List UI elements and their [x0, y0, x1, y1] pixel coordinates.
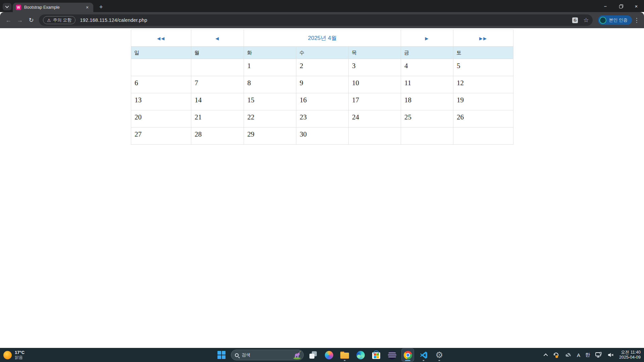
edge-button[interactable] [354, 348, 367, 362]
calendar-week-row: 6 7 8 9 10 11 12 [131, 76, 513, 93]
next-month-button[interactable]: ▶ [401, 30, 453, 47]
weekday-thu: 목 [349, 47, 401, 59]
date-cell: 20 [131, 110, 191, 127]
date-cell: 2 [296, 59, 349, 76]
microsoft-store-icon [372, 352, 380, 359]
system-tray: A 한 오전 11:40 2025-04-09 [545, 348, 641, 362]
vscode-icon [419, 351, 428, 359]
minimize-button[interactable]: − [598, 0, 613, 12]
sync-update-icon[interactable] [553, 352, 559, 358]
warning-icon: ⚠ [47, 18, 51, 23]
date-cell: 3 [349, 59, 401, 76]
calendar-table: ◀◀ ◀ 2025년 4월 ▶ ▶▶ 일 월 화 수 목 금 [131, 30, 513, 145]
back-button[interactable]: ← [3, 14, 14, 26]
file-explorer-icon [340, 352, 349, 359]
prev-month-button[interactable]: ◀ [191, 30, 244, 47]
calendar-week-row: 27 28 29 30 [131, 127, 513, 145]
date-cell: 30 [296, 127, 349, 145]
date-cell: 7 [191, 76, 244, 93]
forward-button[interactable]: → [14, 14, 26, 26]
reload-button[interactable]: ↻ [26, 14, 37, 26]
calendar-week-row: 13 14 15 16 17 18 19 [131, 93, 513, 110]
copilot-button[interactable] [323, 348, 335, 362]
chevron-down-icon [5, 4, 9, 8]
tab-search-button[interactable] [3, 3, 11, 10]
weather-widget[interactable]: 17°C 맑음 [3, 348, 24, 362]
security-warning-chip[interactable]: ⚠ 주의 요함 [43, 16, 76, 24]
next-year-button[interactable]: ▶▶ [453, 30, 513, 47]
calendar-title-cell: 2025년 4월 [244, 30, 401, 47]
hidden-icons-chevron-icon[interactable] [544, 353, 548, 358]
weekday-sun: 일 [131, 47, 191, 59]
bookmark-star-icon[interactable]: ☆ [583, 16, 589, 24]
settings-button[interactable]: ⚙ [433, 348, 446, 362]
taskbar: 17°C 맑음 검색 [0, 348, 644, 362]
web-page: ◀◀ ◀ 2025년 4월 ▶ ▶▶ 일 월 화 수 목 금 [0, 28, 644, 348]
date-cell: 11 [401, 76, 453, 93]
next-month-icon: ▶ [425, 36, 429, 41]
prev-year-button[interactable]: ◀◀ [131, 30, 191, 47]
date-cell: 10 [349, 76, 401, 93]
restore-icon [619, 4, 623, 8]
date-cell: 24 [349, 110, 401, 127]
date-cell: 17 [349, 93, 401, 110]
browser-tab[interactable]: W Bootstrap Example × [13, 3, 93, 12]
date-cell: 28 [191, 127, 244, 145]
date-cell [191, 59, 244, 76]
vscode-button[interactable] [417, 348, 430, 362]
volume-muted-icon[interactable] [607, 352, 614, 358]
search-label: 검색 [242, 352, 292, 358]
running-indicator [439, 360, 440, 361]
chrome-button[interactable] [401, 348, 414, 362]
eclipse-button[interactable] [386, 348, 398, 362]
date-cell: 6 [131, 76, 191, 93]
translate-icon[interactable]: G [572, 17, 578, 23]
ime-korean-indicator[interactable]: 한 [585, 352, 590, 358]
ime-latin-indicator[interactable]: A [577, 352, 580, 358]
next-year-icon: ▶▶ [479, 36, 487, 41]
date-cell: 22 [244, 110, 296, 127]
date-cell: 9 [296, 76, 349, 93]
settings-gear-icon: ⚙ [435, 351, 443, 359]
date-cell: 27 [131, 127, 191, 145]
new-tab-button[interactable]: + [97, 3, 105, 11]
date-cell: 26 [453, 110, 513, 127]
date-cell: 18 [401, 93, 453, 110]
tab-title: Bootstrap Example [24, 5, 84, 10]
date-cell [131, 59, 191, 76]
window-controls: − × [598, 0, 644, 12]
security-warning-label: 주의 요함 [53, 17, 72, 23]
date-cell: 29 [244, 127, 296, 145]
date-cell: 12 [453, 76, 513, 93]
taskbar-center: 검색 [215, 348, 446, 362]
taskbar-search-box[interactable]: 검색 [231, 350, 304, 360]
restore-button[interactable] [613, 0, 629, 12]
task-view-button[interactable] [307, 348, 319, 362]
date-cell: 23 [296, 110, 349, 127]
weekday-fri: 금 [401, 47, 453, 59]
date-cell: 21 [191, 110, 244, 127]
chrome-icon [404, 351, 412, 359]
close-window-button[interactable]: × [629, 0, 644, 12]
prev-month-icon: ◀ [215, 36, 219, 41]
network-display-icon[interactable] [595, 352, 602, 358]
onedrive-cloud-icon[interactable] [564, 352, 572, 358]
profile-button[interactable]: 본인 인증 [598, 15, 632, 25]
clock-time: 오전 11:40 [619, 350, 641, 355]
browser-menu-button[interactable]: ⋮ [632, 14, 641, 26]
url-text[interactable]: 192.168.115.124/calender.php [80, 17, 147, 23]
search-highlight-unicorn-image [292, 351, 302, 359]
address-bar[interactable]: ⚠ 주의 요함 192.168.115.124/calender.php G ☆ [39, 14, 593, 26]
file-explorer-button[interactable] [338, 348, 351, 362]
tab-close-icon[interactable]: × [84, 4, 90, 10]
date-cell: 13 [131, 93, 191, 110]
date-cell: 16 [296, 93, 349, 110]
weekday-wed: 수 [296, 47, 349, 59]
search-icon [235, 353, 239, 357]
microsoft-store-button[interactable] [370, 348, 383, 362]
calendar-week-row: 1 2 3 4 5 [131, 59, 513, 76]
clock-date: 2025-04-09 [619, 355, 641, 360]
date-cell [401, 127, 453, 145]
start-button[interactable] [215, 348, 228, 362]
taskbar-clock[interactable]: 오전 11:40 2025-04-09 [619, 350, 641, 360]
